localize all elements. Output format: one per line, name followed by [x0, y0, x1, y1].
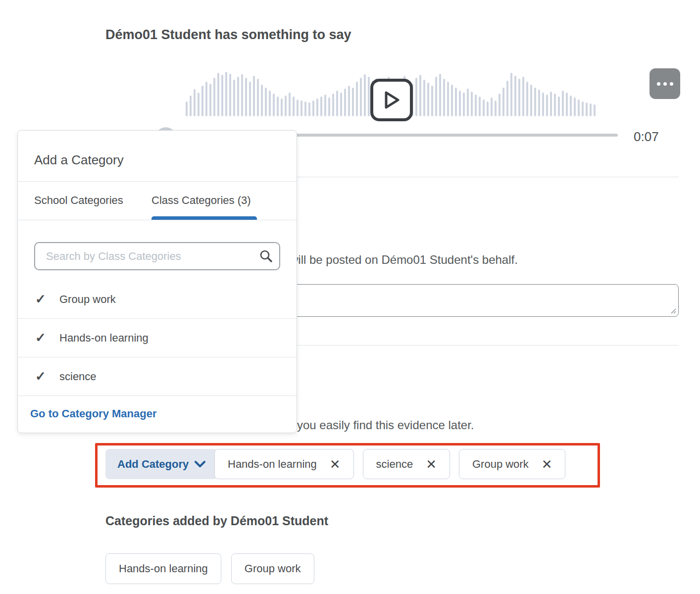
- waveform-bar: [558, 97, 560, 116]
- waveform-bar: [423, 80, 425, 116]
- waveform-bar: [281, 99, 283, 116]
- waveform-bar: [261, 85, 263, 116]
- waveform-bar: [237, 77, 239, 116]
- chip-label: Group work: [245, 562, 301, 575]
- waveform-bar: [356, 82, 358, 116]
- waveform-bar: [194, 89, 196, 116]
- waveform-bar: [499, 94, 500, 116]
- waveform-bar: [297, 99, 299, 116]
- category-list: ✓ Group work ✓ Hands-on learning ✓ scien…: [18, 280, 297, 396]
- waveform-bar: [229, 74, 231, 116]
- remove-category-button[interactable]: ✕: [330, 458, 341, 471]
- resize-handle-icon[interactable]: [669, 307, 676, 314]
- waveform-bar: [186, 101, 188, 116]
- chip-label: Group work: [472, 458, 529, 471]
- popup-divider: [18, 220, 297, 220]
- category-manager-link[interactable]: Go to Category Manager: [30, 407, 156, 420]
- portfolio-evidence-page: Démo01 Student has something to say: [0, 0, 700, 594]
- waveform-bar: [506, 81, 508, 116]
- waveform-bar: [308, 102, 310, 116]
- page-title: Démo01 Student has something to say: [105, 27, 351, 43]
- selected-categories-row: Hands-on learning ✕ science ✕ Group work…: [214, 449, 565, 479]
- waveform-bar: [475, 95, 477, 116]
- chevron-down-icon: [195, 461, 205, 468]
- waveform-bar: [459, 91, 461, 116]
- category-search: [34, 242, 280, 270]
- waveform-bar: [522, 77, 524, 116]
- remove-category-button[interactable]: ✕: [426, 458, 437, 471]
- chip-label: Hands-on learning: [119, 562, 208, 575]
- waveform-bar: [586, 102, 588, 116]
- posted-on-behalf-text: will be posted on Démo01 Student's behal…: [290, 253, 518, 267]
- search-input[interactable]: [34, 242, 280, 270]
- waveform-bar: [344, 89, 346, 116]
- waveform-bar: [289, 93, 291, 116]
- checkmark-icon: ✓: [35, 369, 59, 384]
- waveform-bar: [277, 97, 279, 116]
- search-icon: [259, 249, 272, 262]
- play-button[interactable]: [370, 79, 413, 121]
- chip-label: Hands-on learning: [228, 458, 317, 471]
- waveform-bar: [578, 99, 580, 116]
- waveform-bar: [217, 73, 219, 116]
- waveform-bar: [273, 94, 275, 116]
- waveform-bar: [502, 88, 504, 116]
- waveform-bar: [562, 91, 564, 116]
- tab-school-categories[interactable]: School Categories: [34, 194, 123, 207]
- waveform-bar: [566, 93, 568, 116]
- checkmark-icon: ✓: [35, 330, 59, 346]
- waveform-bar: [336, 91, 338, 116]
- waveform-bar: [455, 88, 457, 116]
- waveform-bar: [324, 95, 326, 116]
- waveform-bar: [415, 78, 417, 116]
- waveform-bar: [316, 99, 318, 116]
- waveform-bar: [265, 88, 267, 116]
- waveform-bar: [550, 92, 552, 116]
- waveform-bar: [495, 100, 497, 116]
- waveform-bar: [447, 82, 449, 116]
- category-option[interactable]: ✓ Hands-on learning: [18, 319, 297, 357]
- category-chip: Hands-on learning: [105, 553, 221, 584]
- category-option[interactable]: ✓ Group work: [18, 280, 297, 319]
- waveform-bar: [491, 98, 493, 116]
- waveform-bar: [554, 94, 556, 116]
- waveform-bar: [269, 91, 271, 116]
- category-chip: Group work ✕: [459, 449, 566, 479]
- waveform-bar: [300, 100, 302, 116]
- waveform-bar: [534, 88, 536, 116]
- waveform-bar: [538, 90, 540, 116]
- category-option-label: science: [59, 370, 97, 383]
- waveform-bar: [518, 79, 520, 116]
- category-chip: Group work: [231, 553, 314, 584]
- waveform-bar: [443, 79, 445, 116]
- waveform-bar: [352, 88, 354, 116]
- remove-category-button[interactable]: ✕: [542, 458, 552, 471]
- waveform-bar: [253, 76, 255, 116]
- more-options-button[interactable]: [650, 68, 680, 99]
- tab-class-categories[interactable]: Class Categories (3): [151, 194, 251, 207]
- student-categories-row: Hands-on learning Group work: [105, 553, 314, 584]
- waveform-bar: [542, 93, 544, 116]
- waveform-bar: [241, 74, 243, 116]
- waveform-bar: [419, 75, 421, 116]
- category-option[interactable]: ✓ science: [18, 357, 297, 396]
- waveform-bar: [467, 89, 469, 116]
- waveform-bar: [340, 93, 342, 116]
- waveform-bar: [364, 74, 366, 116]
- waveform-bar: [431, 86, 433, 116]
- category-option-label: Group work: [59, 293, 116, 306]
- chip-label: science: [376, 458, 413, 471]
- waveform-bar: [198, 93, 200, 116]
- waveform-bar: [293, 97, 295, 116]
- waveform-bar: [530, 85, 532, 116]
- waveform-bar: [570, 96, 572, 116]
- waveform-bar: [233, 80, 235, 116]
- waveform-bar: [285, 96, 287, 116]
- waveform-bar: [190, 96, 192, 116]
- add-category-button[interactable]: Add Category: [105, 449, 217, 479]
- waveform-bar: [510, 73, 512, 116]
- waveform-bar: [590, 103, 592, 116]
- waveform-bar: [312, 100, 314, 116]
- popup-divider: [18, 181, 297, 182]
- waveform-bar: [487, 101, 489, 116]
